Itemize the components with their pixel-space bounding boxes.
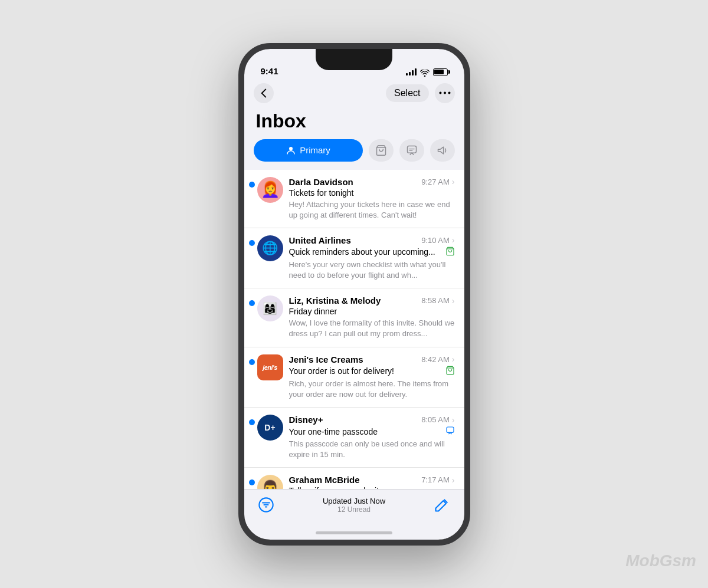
mail-sender: Liz, Kristina & Melody	[289, 295, 381, 306]
mail-time: 8:58 AM	[421, 296, 450, 305]
mail-subject: Tickets for tonight	[289, 188, 455, 198]
svg-point-3	[289, 147, 293, 150]
mail-preview: Here's your very own checklist with what…	[289, 259, 455, 281]
mail-content: Inbox Primary	[244, 108, 464, 540]
mail-item[interactable]: D+ Disney+ 8:05 AM › Your one-time passc	[244, 408, 464, 468]
mail-subject: Friday dinner	[289, 307, 455, 316]
unread-indicator	[249, 300, 255, 306]
mail-time: 7:17 AM	[421, 475, 450, 484]
status-bar: 9:41	[244, 49, 464, 81]
mail-preview: Rich, your order is almost here. The ite…	[289, 379, 455, 400]
unread-indicator	[249, 182, 255, 188]
unread-indicator	[249, 359, 255, 365]
compose-button[interactable]	[432, 495, 452, 515]
watermark: MobGsm	[625, 551, 696, 570]
mail-time-row: 9:27 AM ›	[421, 177, 454, 186]
mail-header: Jeni's Ice Creams 8:42 AM ›	[289, 354, 455, 364]
mail-preview: Wow, I love the formality of this invite…	[289, 318, 455, 339]
status-icons	[406, 68, 448, 76]
chevron-icon: ›	[452, 296, 455, 306]
cart-tab-icon	[375, 144, 387, 156]
home-indicator	[244, 527, 464, 540]
mail-sender: Disney+	[289, 415, 323, 425]
chevron-icon: ›	[452, 475, 455, 485]
mail-item[interactable]: 👨 Graham McBride 7:17 AM › Tell us if yo…	[244, 468, 464, 488]
mail-header: Disney+ 8:05 AM ›	[289, 415, 455, 425]
mail-preview: Hey! Attaching your tickets here in case…	[289, 199, 455, 221]
chevron-icon: ›	[452, 415, 455, 425]
mail-time: 8:42 AM	[421, 355, 450, 364]
mail-sender: Jeni's Ice Creams	[289, 354, 363, 364]
category-tabs: Primary	[244, 139, 464, 170]
inbox-title: Inbox	[244, 108, 464, 139]
category-tag-icon	[445, 247, 455, 258]
mail-sender: Darla Davidson	[289, 177, 353, 187]
tab-chat[interactable]	[399, 139, 424, 162]
wifi-icon	[420, 68, 430, 75]
avatar: 👨	[257, 475, 283, 488]
mail-list: 👩‍🦰 Darla Davidson 9:27 AM › Tickets for…	[244, 170, 464, 489]
tab-primary[interactable]: Primary	[254, 139, 363, 162]
svg-point-0	[439, 92, 441, 94]
mail-header: United Airlines 9:10 AM ›	[289, 235, 455, 245]
category-tag-icon	[445, 426, 455, 437]
mail-header: Graham McBride 7:17 AM ›	[289, 475, 455, 485]
svg-point-2	[448, 92, 450, 94]
mail-item[interactable]: 👩‍🦰 Darla Davidson 9:27 AM › Tickets for…	[244, 170, 464, 228]
chat-tab-icon	[406, 144, 418, 156]
svg-rect-4	[407, 146, 416, 153]
mail-body: United Airlines 9:10 AM › Quick reminder…	[289, 235, 455, 281]
mail-body: Jeni's Ice Creams 8:42 AM › Your order i…	[289, 354, 455, 400]
unread-indicator	[249, 240, 255, 246]
tab-shopping[interactable]	[369, 139, 394, 162]
mail-time-row: 8:05 AM ›	[421, 415, 454, 425]
mail-time-row: 8:42 AM ›	[421, 354, 454, 364]
mail-item[interactable]: 🌐 United Airlines 9:10 AM › Quick remin	[244, 228, 464, 288]
mail-time: 8:05 AM	[421, 415, 450, 424]
mail-time-row: 8:58 AM ›	[421, 296, 454, 306]
mail-time: 9:27 AM	[421, 178, 450, 186]
back-button[interactable]	[254, 83, 274, 103]
mail-body: Disney+ 8:05 AM › Your one-time passcode	[289, 415, 455, 460]
mail-sender: United Airlines	[289, 235, 351, 245]
primary-tab-label: Primary	[300, 145, 330, 155]
unread-indicator	[249, 419, 255, 425]
home-bar	[316, 531, 392, 534]
avatar: 🌐	[257, 235, 283, 261]
select-button[interactable]: Select	[386, 84, 428, 102]
mail-header: Darla Davidson 9:27 AM ›	[289, 177, 455, 187]
chevron-icon: ›	[452, 177, 455, 186]
more-button[interactable]	[435, 83, 455, 103]
avatar: D+	[257, 415, 283, 441]
chevron-icon: ›	[452, 354, 455, 364]
mail-item[interactable]: jeni's Jeni's Ice Creams 8:42 AM › Your	[244, 347, 464, 408]
signal-icon	[406, 68, 417, 75]
mail-subject: Your one-time passcode	[289, 426, 455, 437]
svg-point-1	[444, 92, 446, 94]
svg-rect-5	[447, 427, 454, 432]
mail-time-row: 9:10 AM ›	[421, 235, 454, 245]
mail-body: Graham McBride 7:17 AM › Tell us if you …	[289, 475, 455, 488]
update-status: Updated Just Now 12 Unread	[323, 497, 385, 514]
mail-preview: This passcode can only be used once and …	[289, 439, 455, 460]
tab-promotions[interactable]	[430, 139, 455, 162]
filter-button[interactable]	[256, 495, 276, 515]
nav-bar: Select	[244, 81, 464, 108]
mail-item[interactable]: 👩‍👩‍👧 Liz, Kristina & Melody 8:58 AM › F…	[244, 288, 464, 347]
mail-subject: Tell us if you can make it	[289, 486, 455, 488]
mail-time: 9:10 AM	[421, 236, 450, 245]
unread-count: 12 Unread	[323, 505, 385, 514]
unread-indicator	[249, 479, 255, 485]
phone-screen: 9:41	[244, 49, 464, 540]
mail-header: Liz, Kristina & Melody 8:58 AM ›	[289, 295, 455, 306]
phone-frame: 9:41	[238, 43, 470, 546]
status-time: 9:41	[261, 66, 278, 76]
person-icon	[286, 145, 296, 156]
mail-sender: Graham McBride	[289, 475, 360, 485]
mail-body: Darla Davidson 9:27 AM › Tickets for ton…	[289, 177, 455, 221]
avatar: jeni's	[257, 354, 283, 380]
category-tag-icon	[445, 366, 455, 377]
mail-time-row: 7:17 AM ›	[421, 475, 454, 485]
avatar: 👩‍👩‍👧	[257, 295, 283, 321]
chevron-icon: ›	[452, 235, 455, 245]
